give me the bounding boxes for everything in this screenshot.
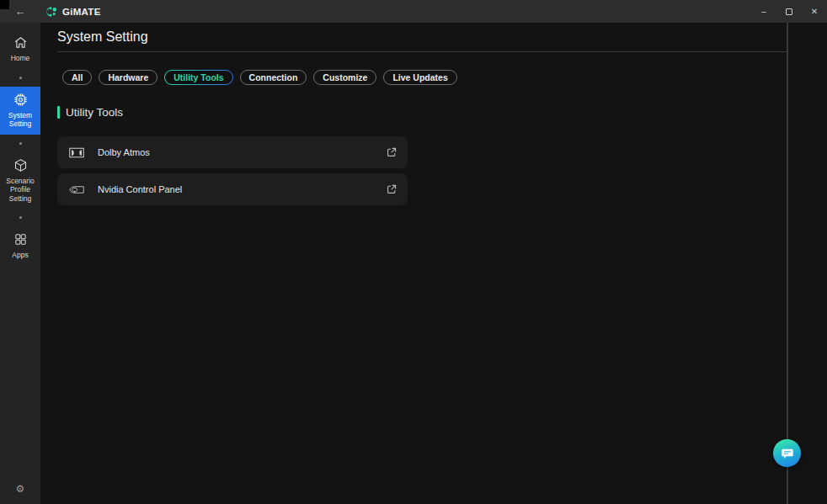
tab-live-updates[interactable]: Live Updates: [383, 70, 456, 85]
list-item-label: Dolby Atmos: [98, 147, 386, 157]
page-title: System Setting: [57, 29, 148, 45]
dolby-icon: [67, 147, 86, 158]
apps-grid-icon: [13, 232, 28, 247]
maximize-button[interactable]: [776, 0, 802, 23]
settings-footer-button[interactable]: ⚙: [0, 479, 40, 499]
section-title: Utility Tools: [66, 106, 123, 119]
close-button[interactable]: ✕: [802, 0, 827, 23]
titlebar: ← GiMATE – ✕: [0, 0, 827, 23]
window-controls: – ✕: [751, 0, 827, 23]
sidebar-item-label: Home: [11, 54, 30, 63]
separator-dot: [19, 142, 22, 145]
tab-label: Customize: [323, 72, 367, 82]
chat-bubble-icon: [781, 447, 794, 460]
sidebar-item-label: Apps: [12, 251, 28, 260]
tab-connection[interactable]: Connection: [240, 70, 307, 85]
chat-support-button[interactable]: [773, 439, 801, 467]
scroll-divider: [787, 23, 788, 504]
minimize-button[interactable]: –: [751, 0, 776, 23]
home-icon: [13, 35, 28, 50]
back-button[interactable]: ←: [12, 0, 29, 23]
utility-tools-list: Dolby Atmos Nvidia Control Panel: [57, 136, 408, 205]
list-item-label: Nvidia Control Panel: [98, 184, 386, 194]
app-brand: GiMATE: [45, 0, 101, 23]
sidebar-item-home[interactable]: Home: [0, 29, 40, 69]
nvidia-icon: [67, 184, 86, 195]
cpu-chip-icon: [13, 93, 28, 107]
minimize-icon: –: [761, 7, 766, 16]
separator-dot: [19, 216, 22, 219]
tab-label: Hardware: [108, 72, 148, 82]
main-content: System Setting All Hardware Utility Tool…: [40, 23, 827, 504]
tab-hardware[interactable]: Hardware: [99, 70, 157, 85]
sidebar-item-label: Scenario Profile Setting: [2, 177, 39, 204]
app-title: GiMATE: [62, 7, 101, 17]
list-item-nvidia-control-panel[interactable]: Nvidia Control Panel: [57, 173, 408, 205]
external-link-icon[interactable]: [386, 183, 397, 195]
tab-label: All: [72, 72, 83, 82]
gimate-app-window: ← GiMATE – ✕: [0, 0, 827, 504]
list-item-dolby-atmos[interactable]: Dolby Atmos: [57, 136, 408, 168]
external-link-icon[interactable]: [386, 146, 397, 158]
tab-all[interactable]: All: [62, 70, 92, 85]
title-divider: [57, 51, 787, 52]
filter-tabs: All Hardware Utility Tools Connection Cu…: [62, 70, 457, 85]
cube-icon: [13, 158, 28, 172]
tab-utility-tools[interactable]: Utility Tools: [164, 70, 232, 85]
tab-customize[interactable]: Customize: [313, 70, 376, 85]
gear-icon: ⚙: [16, 483, 25, 495]
maximize-icon: [786, 8, 792, 15]
sidebar-item-scenario-profile-setting[interactable]: Scenario Profile Setting: [0, 152, 40, 210]
section-accent-bar: [57, 106, 60, 119]
separator-dot: [19, 77, 22, 79]
corner-notch: [0, 0, 9, 9]
section-header: Utility Tools: [57, 106, 123, 119]
close-icon: ✕: [811, 7, 818, 16]
tab-label: Live Updates: [392, 72, 447, 82]
tab-label: Connection: [249, 72, 298, 82]
sidebar-item-system-setting[interactable]: System Setting: [0, 87, 40, 135]
sidebar-item-apps[interactable]: Apps: [0, 226, 40, 266]
sidebar: Home System Setting Scenario Profil: [0, 23, 40, 504]
sidebar-item-label: System Setting: [2, 111, 39, 129]
gimate-logo-icon: [45, 6, 57, 18]
tab-label: Utility Tools: [173, 72, 223, 82]
back-arrow-icon: ←: [15, 5, 26, 18]
